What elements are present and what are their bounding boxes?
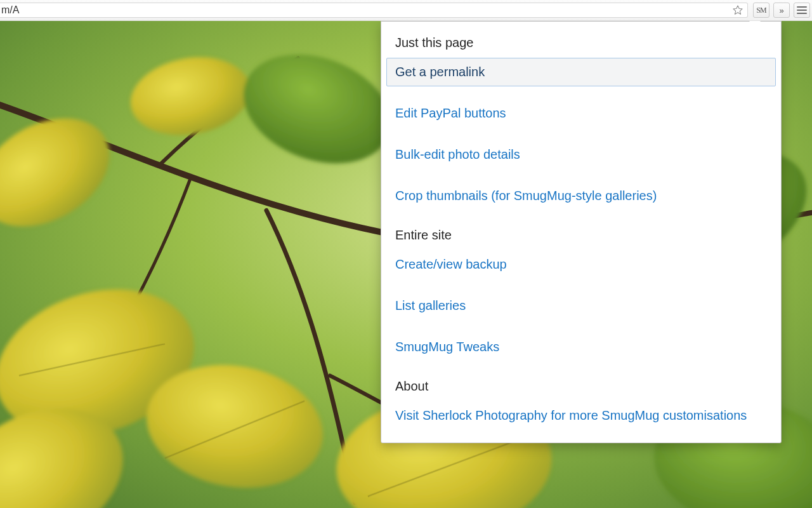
menu-item-get-permalink[interactable]: Get a permalink	[386, 58, 776, 86]
section-title-just-this-page: Just this page	[386, 30, 776, 58]
menu-item-visit-sherlock-photography[interactable]: Visit Sherlock Photography for more Smug…	[386, 401, 776, 430]
hamburger-icon	[797, 6, 807, 14]
menu-item-list-galleries[interactable]: List galleries	[386, 291, 776, 320]
browser-toolbar: m/A SM »	[0, 0, 812, 21]
section-title-about: About	[386, 374, 776, 401]
menu-item-bulk-edit-photo-details[interactable]: Bulk-edit photo details	[386, 140, 776, 169]
extension-button-smugmug[interactable]: SM	[753, 3, 769, 18]
omnibox-url: m/A	[1, 4, 728, 16]
bookmark-star-icon[interactable]	[732, 4, 743, 16]
extensions-overflow-button[interactable]: »	[773, 3, 790, 18]
extension-button-label: SM	[756, 6, 766, 15]
menu-item-create-view-backup[interactable]: Create/view backup	[386, 250, 776, 279]
extension-popup: Just this page Get a permalink Edit PayP…	[381, 21, 782, 443]
chevron-right-icon: »	[779, 6, 783, 15]
omnibox[interactable]: m/A	[0, 3, 748, 18]
browser-menu-button[interactable]	[794, 3, 810, 18]
menu-item-smugmug-tweaks[interactable]: SmugMug Tweaks	[386, 333, 776, 361]
menu-item-crop-thumbnails[interactable]: Crop thumbnails (for SmugMug-style galle…	[386, 182, 776, 210]
section-title-entire-site: Entire site	[386, 223, 776, 250]
page-content: Just this page Get a permalink Edit PayP…	[0, 21, 812, 508]
menu-item-edit-paypal-buttons[interactable]: Edit PayPal buttons	[386, 99, 776, 128]
